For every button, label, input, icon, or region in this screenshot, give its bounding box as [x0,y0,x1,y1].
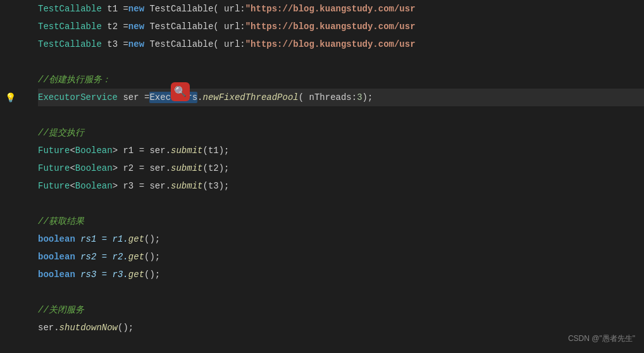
token: TestCallable [38,4,102,14]
token: rs1 = r1. [75,234,128,244]
token: t3 = [102,39,128,49]
token: new [128,22,144,32]
code-line-highlighted: ExecutorService ser = Executors . newFix… [38,89,644,106]
token: Boolean [75,181,113,191]
token: submit [171,181,202,191]
line-numbers: 💡 [0,0,32,337]
gutter-line [0,71,32,89]
token: "https://blog.kuangstudy.com/usr [245,22,416,32]
code-line-comment: //关闭服务 [38,301,644,319]
code-line: Future < Boolean > r3 = ser. submit (t3)… [38,177,644,195]
gutter-line-bulb: 💡 [0,89,32,106]
token: newFixedThreadPool [202,92,298,102]
gutter-line [0,266,32,283]
token: get [128,269,144,280]
token: submit [171,146,202,156]
token: TestCallable [38,22,102,32]
code-line: Future < Boolean > r1 = ser. submit (t1)… [38,142,644,159]
gutter-line [0,0,32,18]
token: t1 = [102,4,128,14]
token: shutdownNow [59,323,118,333]
code-body: TestCallable t1 = new TestCallable( url:… [32,0,644,337]
code-line: TestCallable t2 = new TestCallable( url:… [38,18,644,35]
token: Future [38,146,70,156]
code-line: Future < Boolean > r2 = ser. submit (t2)… [38,159,644,177]
token: new [128,39,144,49]
token: ( nThreads: [299,92,357,102]
magnifier-overlay[interactable]: 🔍 [171,82,190,101]
token: < [70,181,75,191]
token: Boolean [75,163,113,173]
token: get [128,234,144,244]
code-line: boolean rs3 = r3. get (); [38,266,644,283]
gutter-line [0,319,32,337]
gutter-line [0,124,32,142]
token: < [70,163,75,173]
token: TestCallable( url: [144,22,245,32]
token: (t1); [202,146,229,156]
token: boolean [38,234,75,244]
token: rs2 = r2. [75,252,128,262]
gutter-line [0,35,32,53]
bulb-icon[interactable]: 💡 [5,92,16,103]
token: ExecutorService [38,92,118,102]
token: new [128,4,144,14]
code-line: boolean rs2 = r2. get (); [38,248,644,266]
gutter-line [0,53,32,71]
code-line: ser. shutdownNow (); [38,319,644,337]
token: > r2 = ser. [113,163,171,173]
gutter-line [0,106,32,124]
token: Future [38,163,70,173]
empty-line [38,106,644,124]
token: Future [38,181,70,191]
token: > r3 = ser. [113,181,171,191]
code-line: boolean rs1 = r1. get (); [38,230,644,248]
empty-line [38,195,644,213]
gutter-line [0,177,32,195]
token: (t3); [202,181,229,191]
token: rs3 = r3. [75,269,128,280]
code-line-comment: //创建执行服务： [38,71,644,89]
token: TestCallable [38,39,102,49]
gutter-line [0,195,32,213]
token: Boolean [75,146,113,156]
token: (); [118,323,133,333]
code-editor: 💡 TestCallable t1 = new TestCallable( ur… [0,0,644,337]
token: (); [144,234,160,244]
token: (); [144,269,160,280]
token: TestCallable( url: [144,39,245,49]
token: t2 = [102,22,128,32]
gutter-line [0,283,32,301]
token: get [128,252,144,262]
token: TestCallable( url: [144,4,245,14]
comment-token: //提交执行 [38,127,84,139]
code-line: TestCallable t3 = new TestCallable( url:… [38,35,644,53]
code-line-comment: //获取结果 [38,213,644,230]
gutter-line [0,213,32,230]
empty-line [38,53,644,71]
comment-token: //获取结果 [38,216,84,227]
gutter-line [0,301,32,319]
code-line-comment: //提交执行 [38,124,644,142]
watermark: CSDN @"愚者先生" [568,333,635,344]
token: boolean [38,252,75,262]
token: ser. [38,323,59,333]
token: > r1 = ser. [113,146,171,156]
token: (t2); [202,163,229,173]
token: ); [362,92,373,102]
token: 3 [357,92,362,102]
token: boolean [38,269,75,280]
token: < [70,146,75,156]
comment-token: //关闭服务 [38,304,84,316]
comment-token: //创建执行服务： [38,74,111,85]
token: (); [144,252,160,262]
gutter-line [0,248,32,266]
token: "https://blog.kuangstudy.com/usr [245,39,416,49]
code-line: TestCallable t1 = new TestCallable( url:… [38,0,644,18]
token: . [197,92,202,102]
token: "https://blog.kuangstudy.com/usr [245,4,416,14]
gutter-line [0,159,32,177]
token: ser = [118,92,149,102]
gutter-line [0,142,32,159]
token: submit [171,163,202,173]
